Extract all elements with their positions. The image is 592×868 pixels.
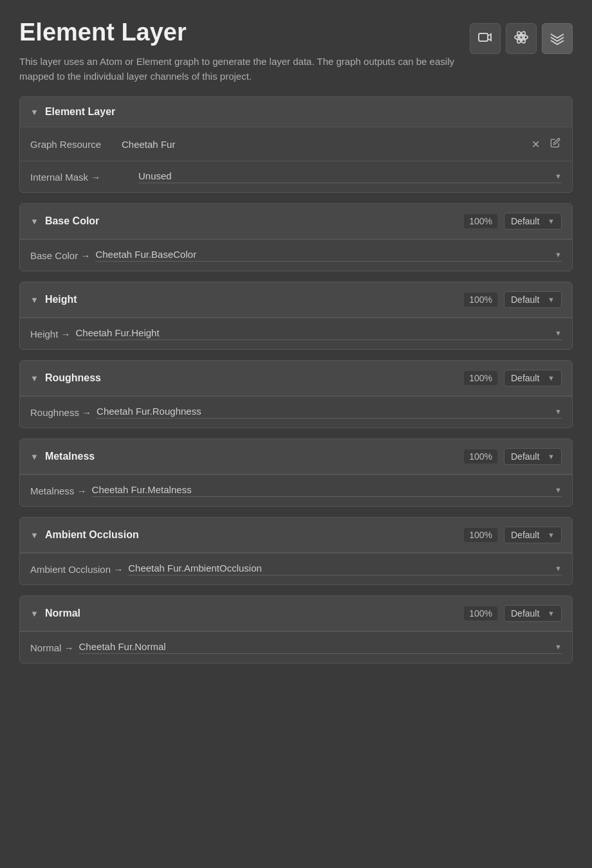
graph-resource-row: Graph Resource Cheetah Fur ✕ xyxy=(20,127,572,161)
atom-icon-button[interactable] xyxy=(506,23,537,54)
channel-metalness-blend-dropdown[interactable]: Default ▼ xyxy=(504,448,562,465)
channel-height-blend-dropdown[interactable]: Default ▼ xyxy=(504,291,562,308)
internal-mask-arrow: ▼ xyxy=(555,172,562,180)
channel-roughness-row-arrow: ▼ xyxy=(555,408,562,415)
channel-base-color-row: Base Color → Cheetah Fur.BaseColor ▼ xyxy=(20,239,572,271)
channel-ambient-occlusion-percent: 100% xyxy=(464,528,497,542)
channel-base-color-chevron[interactable]: ▼ xyxy=(30,217,39,226)
channel-roughness-row: Roughness → Cheetah Fur.Roughness ▼ xyxy=(20,396,572,428)
channel-normal-controls: 100% Default ▼ xyxy=(464,605,562,622)
channel-base-color-row-value: Cheetah Fur.BaseColor xyxy=(95,249,555,260)
internal-mask-dropdown[interactable]: Unused ▼ xyxy=(138,170,562,183)
internal-mask-value: Unused xyxy=(138,170,555,181)
channel-metalness-title: Metalness xyxy=(45,451,464,462)
page-description: This layer uses an Atom or Element graph… xyxy=(19,54,470,84)
channel-height-section: ▼ Height 100% Default ▼ Height → Cheetah… xyxy=(19,282,573,350)
channel-ambient-occlusion-section: ▼ Ambient Occlusion 100% Default ▼ Ambie… xyxy=(19,517,573,585)
channel-base-color-blend-value: Default xyxy=(511,216,539,226)
channel-roughness-section: ▼ Roughness 100% Default ▼ Roughness → C… xyxy=(19,360,573,428)
resource-actions: ✕ xyxy=(530,136,562,152)
channel-roughness-row-dropdown[interactable]: Cheetah Fur.Roughness ▼ xyxy=(97,406,562,419)
channel-normal-title: Normal xyxy=(45,608,464,619)
channel-height-chevron[interactable]: ▼ xyxy=(30,295,39,305)
channel-base-color-section: ▼ Base Color 100% Default ▼ Base Color →… xyxy=(19,203,573,271)
atom-icon xyxy=(513,30,529,48)
channel-normal-header: ▼ Normal 100% Default ▼ xyxy=(20,596,572,631)
channel-normal-percent: 100% xyxy=(464,606,497,620)
channel-normal-section: ▼ Normal 100% Default ▼ Normal → Cheetah… xyxy=(19,595,573,664)
clear-resource-button[interactable]: ✕ xyxy=(530,137,541,152)
header-icons xyxy=(470,23,573,54)
channel-ambient-occlusion-row-value: Cheetah Fur.AmbientOcclusion xyxy=(128,563,555,574)
page-title: Element Layer xyxy=(19,19,470,46)
channel-metalness-section: ▼ Metalness 100% Default ▼ Metalness → C… xyxy=(19,439,573,507)
channel-metalness-row-dropdown[interactable]: Cheetah Fur.Metalness ▼ xyxy=(92,484,562,497)
channel-base-color-title: Base Color xyxy=(45,215,464,227)
channel-roughness-controls: 100% Default ▼ xyxy=(464,370,562,386)
svg-rect-0 xyxy=(479,33,488,41)
channel-base-color-row-dropdown[interactable]: Cheetah Fur.BaseColor ▼ xyxy=(95,249,562,262)
channel-metalness-chevron[interactable]: ▼ xyxy=(30,452,39,462)
channel-roughness-row-label: Roughness → xyxy=(30,407,91,418)
channel-normal-row-arrow: ▼ xyxy=(555,643,562,651)
channel-metalness-row-label: Metalness → xyxy=(30,485,87,496)
edit-resource-button[interactable] xyxy=(549,136,562,152)
video-icon xyxy=(477,30,493,48)
page-header: Element Layer This layer uses an Atom or… xyxy=(19,19,573,84)
channel-height-blend-value: Default xyxy=(511,294,539,305)
channel-base-color-row-label: Base Color → xyxy=(30,250,90,261)
channel-roughness-blend-arrow: ▼ xyxy=(548,374,555,382)
channel-base-color-percent: 100% xyxy=(464,214,497,228)
channel-ambient-occlusion-row-label: Ambient Occlusion → xyxy=(30,564,123,575)
internal-mask-row: Internal Mask → Unused ▼ xyxy=(20,161,572,192)
channel-ambient-occlusion-blend-dropdown[interactable]: Default ▼ xyxy=(504,527,562,543)
channel-height-header: ▼ Height 100% Default ▼ xyxy=(20,282,572,318)
channel-height-row-dropdown[interactable]: Cheetah Fur.Height ▼ xyxy=(76,327,562,340)
channel-roughness-header: ▼ Roughness 100% Default ▼ xyxy=(20,361,572,396)
channel-metalness-controls: 100% Default ▼ xyxy=(464,448,562,465)
channel-ambient-occlusion-blend-value: Default xyxy=(511,530,539,540)
channel-normal-row-value: Cheetah Fur.Normal xyxy=(79,641,555,652)
header-left: Element Layer This layer uses an Atom or… xyxy=(19,19,470,84)
element-layer-chevron[interactable]: ▼ xyxy=(30,107,39,117)
channels-container: ▼ Base Color 100% Default ▼ Base Color →… xyxy=(19,203,573,664)
element-layer-title: Element Layer xyxy=(45,106,562,118)
channel-normal-blend-value: Default xyxy=(511,608,539,619)
channel-ambient-occlusion-chevron[interactable]: ▼ xyxy=(30,530,39,540)
channel-ambient-occlusion-blend-arrow: ▼ xyxy=(548,531,555,539)
channel-base-color-blend-dropdown[interactable]: Default ▼ xyxy=(504,213,562,230)
channel-base-color-header: ▼ Base Color 100% Default ▼ xyxy=(20,204,572,239)
channel-height-row-value: Cheetah Fur.Height xyxy=(76,327,555,338)
channel-height-percent: 100% xyxy=(464,293,497,307)
channel-ambient-occlusion-row-dropdown[interactable]: Cheetah Fur.AmbientOcclusion ▼ xyxy=(128,563,562,575)
graph-resource-label: Graph Resource xyxy=(30,139,114,150)
channel-metalness-blend-arrow: ▼ xyxy=(548,453,555,460)
channel-height-row-label: Height → xyxy=(30,329,71,339)
svg-point-1 xyxy=(520,35,523,39)
channel-metalness-row-value: Cheetah Fur.Metalness xyxy=(92,484,555,495)
channel-metalness-blend-value: Default xyxy=(511,451,539,462)
channel-roughness-row-value: Cheetah Fur.Roughness xyxy=(97,406,555,417)
channel-height-row: Height → Cheetah Fur.Height ▼ xyxy=(20,318,572,349)
channel-ambient-occlusion-row-arrow: ▼ xyxy=(555,565,562,572)
layers-icon-button[interactable] xyxy=(542,23,573,54)
channel-height-blend-arrow: ▼ xyxy=(548,296,555,303)
element-layer-header: ▼ Element Layer xyxy=(20,97,572,127)
channel-normal-chevron[interactable]: ▼ xyxy=(30,609,39,619)
channel-height-row-arrow: ▼ xyxy=(555,329,562,337)
channel-normal-blend-dropdown[interactable]: Default ▼ xyxy=(504,605,562,622)
channel-metalness-percent: 100% xyxy=(464,449,497,464)
channel-roughness-title: Roughness xyxy=(45,372,464,384)
channel-roughness-blend-dropdown[interactable]: Default ▼ xyxy=(504,370,562,386)
channel-metalness-header: ▼ Metalness 100% Default ▼ xyxy=(20,439,572,475)
channel-normal-row-dropdown[interactable]: Cheetah Fur.Normal ▼ xyxy=(79,641,562,654)
channel-ambient-occlusion-controls: 100% Default ▼ xyxy=(464,527,562,543)
channel-roughness-chevron[interactable]: ▼ xyxy=(30,374,39,383)
layers-icon xyxy=(550,30,565,48)
channel-height-controls: 100% Default ▼ xyxy=(464,291,562,308)
channel-normal-blend-arrow: ▼ xyxy=(548,610,555,617)
channel-ambient-occlusion-header: ▼ Ambient Occlusion 100% Default ▼ xyxy=(20,518,572,553)
channel-height-title: Height xyxy=(45,294,464,305)
video-icon-button[interactable] xyxy=(470,23,501,54)
channel-normal-row: Normal → Cheetah Fur.Normal ▼ xyxy=(20,631,572,663)
